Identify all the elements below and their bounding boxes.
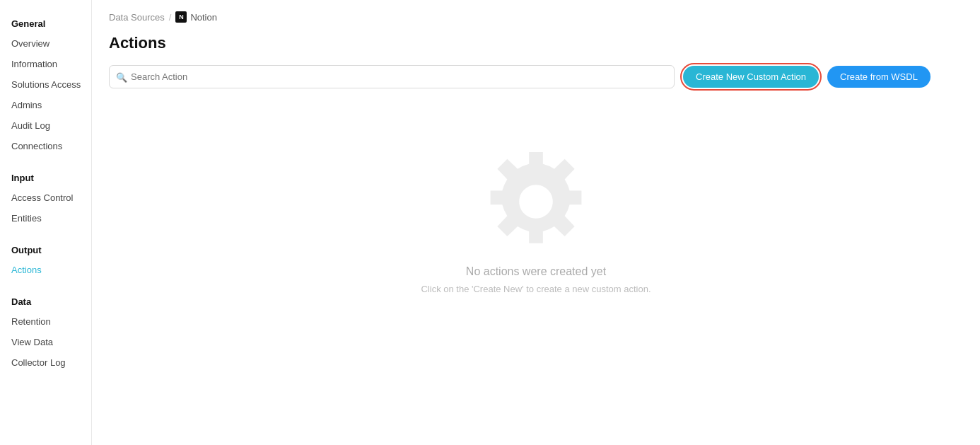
sidebar-item-admins[interactable]: Admins [0, 95, 91, 115]
empty-state: No actions were created yet Click on the… [109, 110, 963, 323]
page-title: Actions [109, 34, 963, 52]
sidebar-item-retention[interactable]: Retention [0, 311, 91, 332]
search-input[interactable] [109, 65, 675, 88]
create-custom-action-button[interactable]: Create New Custom Action [683, 66, 819, 88]
sidebar-item-entities[interactable]: Entities [0, 208, 91, 229]
sidebar-item-access-control[interactable]: Access Control [0, 187, 91, 208]
breadcrumb-page: Notion [190, 12, 217, 23]
breadcrumb-current: N Notion [175, 11, 217, 23]
breadcrumb-root[interactable]: Data Sources [109, 12, 165, 23]
sidebar: General Overview Information Solutions A… [0, 0, 92, 445]
sidebar-item-information[interactable]: Information [0, 54, 91, 74]
sidebar-item-audit-log[interactable]: Audit Log [0, 115, 91, 136]
sidebar-item-actions[interactable]: Actions [0, 260, 91, 280]
gear-illustration [486, 152, 585, 251]
sidebar-section-input: Input [0, 166, 91, 187]
main-content: Data Sources / N Notion Actions 🔍 Create… [92, 0, 980, 445]
empty-state-title: No actions were created yet [466, 265, 606, 278]
search-wrapper: 🔍 [109, 65, 675, 88]
sidebar-section-general: General [0, 11, 91, 33]
sidebar-item-overview[interactable]: Overview [0, 33, 91, 54]
sidebar-section-data: Data [0, 289, 91, 311]
sidebar-item-solutions-access[interactable]: Solutions Access [0, 74, 91, 95]
toolbar: 🔍 Create New Custom Action Create from W… [109, 65, 963, 88]
notion-icon: N [175, 11, 187, 23]
sidebar-item-collector-log[interactable]: Collector Log [0, 352, 91, 373]
sidebar-item-connections[interactable]: Connections [0, 136, 91, 156]
empty-state-subtitle: Click on the 'Create New' to create a ne… [421, 284, 651, 294]
search-icon: 🔍 [116, 71, 127, 82]
breadcrumb: Data Sources / N Notion [92, 0, 980, 28]
breadcrumb-separator: / [169, 12, 172, 23]
page-content-area: Actions 🔍 Create New Custom Action Creat… [92, 28, 980, 445]
create-from-wsdl-button[interactable]: Create from WSDL [827, 66, 931, 88]
sidebar-item-view-data[interactable]: View Data [0, 332, 91, 352]
sidebar-section-output: Output [0, 238, 91, 260]
